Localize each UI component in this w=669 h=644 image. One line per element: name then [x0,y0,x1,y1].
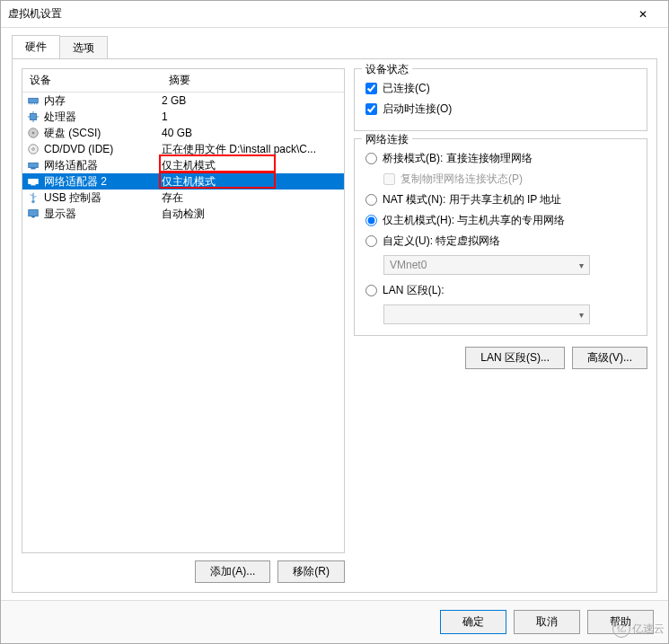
chevron-down-icon: ▾ [579,310,584,320]
svg-rect-22 [29,210,39,216]
svg-rect-23 [31,216,35,218]
network-icon [26,158,40,172]
device-row-network-2[interactable]: 网络适配器 2 仅主机模式 [22,173,344,190]
svg-rect-0 [29,98,39,102]
connected-checkbox[interactable] [365,83,377,94]
device-row-memory[interactable]: 内存 2 GB [22,93,344,109]
device-row-cpu[interactable]: 处理器 1 [22,109,344,125]
device-row-disk[interactable]: 硬盘 (SCSI) 40 GB [22,125,344,141]
custom-radio[interactable] [365,235,377,247]
add-device-button[interactable]: 添加(A)... [195,560,270,583]
connected-checkbox-row[interactable]: 已连接(C) [365,78,636,99]
connect-on-start-checkbox-row[interactable]: 启动时连接(O) [365,99,636,119]
device-row-network-1[interactable]: 网络适配器 仅主机模式 [22,157,344,173]
remove-device-button[interactable]: 移除(R) [277,560,345,583]
hostonly-radio[interactable] [365,215,377,226]
close-icon: ✕ [638,8,647,21]
svg-rect-5 [31,114,37,120]
lan-segment-button[interactable]: LAN 区段(S)... [465,347,565,369]
tab-options[interactable]: 选项 [59,36,108,59]
usb-icon [26,190,40,205]
header-device: 设备 [22,69,162,92]
tab-content: 设备 摘要 内存 2 GB 处理器 1 [12,58,657,593]
replicate-checkbox-row: 复制物理网络连接状态(P) [383,169,636,190]
ok-button[interactable]: 确定 [440,610,506,634]
device-list-body: 内存 2 GB 处理器 1 硬盘 (SCSI) 40 GB [22,93,344,222]
device-buttons: 添加(A)... 移除(R) [22,553,345,583]
lan-segment-select[interactable]: ▾ [383,304,590,324]
custom-radio-row[interactable]: 自定义(U): 特定虚拟网络 [365,231,636,251]
disk-icon [26,126,40,140]
vm-settings-window: 虚拟机设置 ✕ 硬件 选项 设备 摘要 内存 2 GB [0,0,669,644]
device-status-title: 设备状态 [362,62,412,77]
device-row-cd[interactable]: CD/DVD (IDE) 正在使用文件 D:\install pack\C... [22,141,344,157]
hardware-left-panel: 设备 摘要 内存 2 GB 处理器 1 [22,68,345,583]
titlebar: 虚拟机设置 ✕ [1,1,668,28]
network-icon [26,174,40,189]
header-summary: 摘要 [162,69,344,92]
svg-rect-16 [29,179,39,183]
tab-hardware[interactable]: 硬件 [12,35,60,58]
advanced-button[interactable]: 高级(V)... [572,347,647,369]
window-title: 虚拟机设置 [8,6,62,22]
tab-strip: 硬件 选项 [1,28,668,58]
device-list: 设备 摘要 内存 2 GB 处理器 1 [22,68,345,553]
display-icon [26,207,40,221]
svg-point-18 [31,200,35,204]
close-button[interactable]: ✕ [625,2,661,27]
hostonly-radio-row[interactable]: 仅主机模式(H): 与主机共享的专用网络 [365,210,636,231]
nat-radio-row[interactable]: NAT 模式(N): 用于共享主机的 IP 地址 [365,190,636,210]
cancel-button[interactable]: 取消 [514,610,580,634]
chevron-down-icon: ▾ [579,260,584,270]
cd-icon [26,142,40,156]
svg-rect-1 [30,103,31,105]
svg-point-13 [32,148,35,151]
svg-rect-14 [29,163,39,167]
hardware-right-panel: 设备状态 已连接(C) 启动时连接(O) 网络连接 桥接模式(B): 直接连接物… [354,68,647,583]
lan-radio[interactable] [365,285,377,296]
device-status-group: 设备状态 已连接(C) 启动时连接(O) [354,68,647,131]
nat-radio[interactable] [365,194,377,206]
svg-rect-3 [34,103,35,105]
device-row-display[interactable]: 显示器 自动检测 [22,206,344,222]
custom-vmnet-select[interactable]: VMnet0 ▾ [383,255,590,275]
svg-rect-15 [31,168,35,170]
connect-on-start-checkbox[interactable] [365,103,377,115]
svg-rect-17 [31,184,35,186]
cpu-icon [26,110,40,124]
lan-radio-row[interactable]: LAN 区段(L): [365,280,636,301]
svg-rect-4 [37,103,38,105]
svg-rect-2 [31,103,32,105]
dialog-footer: 确定 取消 帮助 亿 亿速云 [1,600,668,643]
network-connection-group: 网络连接 桥接模式(B): 直接连接物理网络 复制物理网络连接状态(P) NAT… [354,138,647,336]
help-button[interactable]: 帮助 [587,610,654,634]
device-list-header: 设备 摘要 [22,69,344,93]
replicate-checkbox [383,173,395,185]
bridged-radio[interactable] [365,153,377,164]
network-connection-title: 网络连接 [362,132,412,147]
bridged-radio-row[interactable]: 桥接模式(B): 直接连接物理网络 [365,148,636,169]
svg-point-11 [32,132,35,135]
memory-icon [26,93,40,108]
device-row-usb[interactable]: USB 控制器 存在 [22,190,344,206]
network-extra-buttons: LAN 区段(S)... 高级(V)... [354,343,647,369]
